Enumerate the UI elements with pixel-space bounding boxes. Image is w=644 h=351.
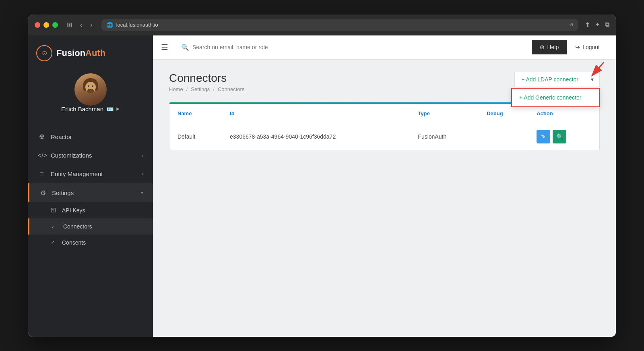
chevron-left-icon: ‹ — [142, 153, 143, 158]
chevron-left-icon: ‹ — [142, 171, 143, 177]
col-id: Id — [222, 104, 410, 123]
logo-auth: Auth — [85, 48, 105, 58]
add-ldap-button[interactable]: + Add LDAP connector — [514, 72, 585, 87]
breadcrumb-settings[interactable]: Settings — [191, 86, 210, 92]
back-button[interactable]: ‹ — [78, 21, 85, 29]
traffic-lights — [35, 22, 58, 28]
sidebar-nav: ☢ Reactor </> Customizations ‹ ≡ Entity … — [28, 127, 153, 337]
add-generic-connector-item[interactable]: + Add Generic connector — [512, 89, 599, 106]
breadcrumb-home[interactable]: Home — [169, 86, 183, 92]
new-tab-icon[interactable]: + — [596, 21, 599, 29]
sidebar-item-consents[interactable]: ✓ Consents — [28, 235, 153, 251]
page-title: Connectors — [169, 72, 244, 85]
hamburger-icon[interactable]: ☰ — [161, 42, 168, 52]
svg-point-6 — [88, 85, 89, 87]
user-card-icon[interactable]: 🪪 — [107, 106, 114, 112]
avatar-svg — [78, 77, 103, 102]
sidebar-toggle-browser[interactable]: ⊞ — [64, 20, 74, 29]
col-name: Name — [169, 104, 222, 123]
sidebar-item-customizations[interactable]: </> Customizations ‹ — [28, 146, 153, 165]
table-row: Default e3306678-a53a-4964-9040-1c96f36d… — [169, 123, 599, 150]
api-keys-icon: ⚿ — [51, 207, 57, 213]
app-container: ⊙ FusionAuth — [28, 35, 616, 337]
chevron-down-icon: ▾ — [141, 190, 143, 195]
globe-icon: 🌐 — [106, 22, 113, 28]
connector-icon: › — [52, 223, 58, 229]
top-nav-actions: ⊘ Help ↪ Logout — [532, 40, 608, 54]
sidebar-logo: ⊙ FusionAuth — [28, 35, 153, 69]
logo-text: FusionAuth — [56, 48, 105, 58]
search-input[interactable] — [192, 44, 525, 50]
close-button[interactable] — [35, 22, 40, 28]
user-location-icon[interactable]: ➤ — [115, 106, 120, 112]
user-profile: Erlich Bachman 🪪 ➤ — [28, 69, 153, 120]
avatar — [74, 73, 107, 106]
search-bar: 🔍 — [175, 40, 532, 54]
share-icon[interactable]: ⬆ — [585, 21, 590, 29]
table-body: Default e3306678-a53a-4964-9040-1c96f36d… — [169, 123, 599, 150]
help-icon: ⊘ — [540, 44, 545, 50]
breadcrumb-sep: / — [213, 86, 215, 92]
entity-management-icon: ≡ — [38, 170, 46, 178]
sidebar: ⊙ FusionAuth — [28, 35, 153, 337]
url-text: local.fusionauth.io — [116, 22, 158, 28]
minimize-button[interactable] — [43, 22, 49, 28]
page-header: Connectors Home / Settings / Connectors — [169, 72, 600, 92]
sidebar-item-label: Entity Management — [51, 170, 137, 177]
logout-button[interactable]: ↪ Logout — [567, 40, 608, 54]
svg-point-7 — [92, 85, 93, 87]
help-button[interactable]: ⊘ Help — [532, 40, 567, 54]
user-icons: 🪪 ➤ — [107, 106, 120, 112]
browser-chrome: ⊞ ‹ › 🌐 local.fusionauth.io ↺ ⬆ + ⧉ — [28, 15, 616, 35]
sidebar-sub-label: Connectors — [63, 223, 92, 230]
sidebar-item-reactor[interactable]: ☢ Reactor — [28, 127, 153, 146]
header-actions: + Add LDAP connector ▾ + Add Generic con… — [514, 72, 600, 87]
logout-icon: ↪ — [575, 44, 580, 50]
consents-icon: ✓ — [51, 239, 57, 245]
sidebar-item-entity-management[interactable]: ≡ Entity Management ‹ — [28, 165, 153, 183]
sidebar-item-label: Customizations — [51, 152, 137, 159]
sidebar-item-api-keys[interactable]: ⚿ API Keys — [28, 202, 153, 218]
edit-button[interactable]: ✎ — [537, 130, 550, 143]
browser-actions: ⬆ + ⧉ — [585, 21, 609, 29]
view-button[interactable]: 🔍 — [553, 130, 566, 143]
breadcrumb-sep: / — [186, 86, 188, 92]
arrow-svg — [578, 60, 606, 80]
sidebar-item-connectors[interactable]: › Connectors — [28, 218, 153, 235]
tabs-icon[interactable]: ⧉ — [605, 21, 609, 29]
sidebar-item-settings[interactable]: ⚙ Settings ▾ — [28, 183, 153, 202]
search-icon: 🔍 — [181, 44, 189, 51]
maximize-button[interactable] — [52, 22, 58, 28]
customizations-icon: </> — [38, 152, 46, 159]
browser-window: ⊞ ‹ › 🌐 local.fusionauth.io ↺ ⬆ + ⧉ ⊙ Fu… — [28, 15, 616, 337]
reload-icon[interactable]: ↺ — [569, 22, 574, 28]
top-nav: ☰ 🔍 ⊘ Help ↪ Logout — [153, 35, 616, 60]
breadcrumb: Home / Settings / Connectors — [169, 86, 244, 92]
logo-fusion: Fusion — [56, 48, 85, 58]
page-content: Connectors Home / Settings / Connectors — [153, 60, 616, 337]
forward-button[interactable]: › — [88, 21, 95, 29]
sidebar-sub-label: API Keys — [62, 207, 85, 214]
action-buttons: ✎ 🔍 — [537, 130, 591, 143]
connectors-table-container: Name Id Type Debug Action Default e33066… — [169, 102, 600, 150]
cell-name: Default — [169, 123, 222, 150]
settings-icon: ⚙ — [39, 189, 47, 197]
browser-navigation: ⊞ ‹ › — [64, 20, 95, 29]
sidebar-item-label: Settings — [52, 189, 136, 196]
sidebar-item-label: Reactor — [51, 133, 143, 140]
main-content: ☰ 🔍 ⊘ Help ↪ Logout — [153, 35, 616, 337]
cell-type: FusionAuth — [410, 123, 479, 150]
col-type: Type — [410, 104, 479, 123]
reactor-icon: ☢ — [38, 133, 46, 141]
page-title-section: Connectors Home / Settings / Connectors — [169, 72, 244, 92]
cell-debug — [479, 123, 528, 150]
dropdown-menu: + Add Generic connector — [511, 88, 600, 107]
address-bar[interactable]: 🌐 local.fusionauth.io ↺ — [101, 19, 578, 31]
cell-id: e3306678-a53a-4964-9040-1c96f36dda72 — [222, 123, 410, 150]
sidebar-divider — [28, 124, 153, 124]
cell-action: ✎ 🔍 — [528, 123, 599, 150]
connectors-table: Name Id Type Debug Action Default e33066… — [169, 104, 599, 150]
sidebar-sub-label: Consents — [62, 239, 86, 246]
logo-icon: ⊙ — [36, 45, 52, 61]
breadcrumb-current: Connectors — [218, 86, 244, 92]
